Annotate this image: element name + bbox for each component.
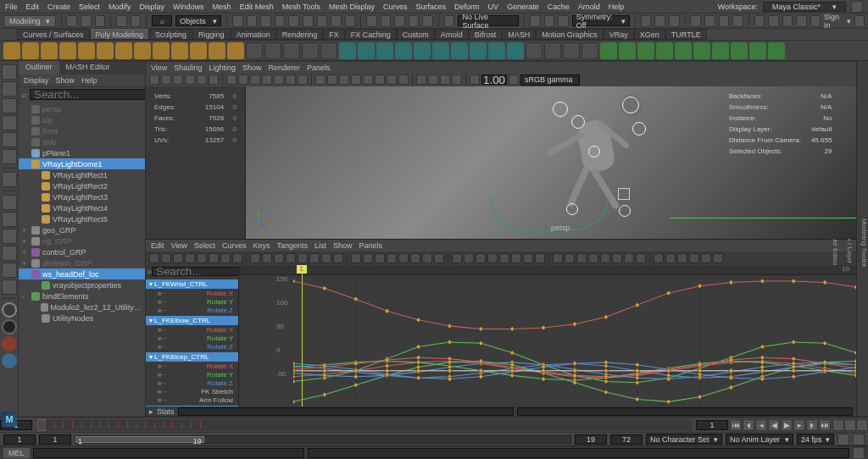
ge-tool-18[interactable]	[375, 253, 385, 263]
outliner-node-VRayLightRect2[interactable]: VRayLightRect2	[19, 180, 145, 191]
shelf-button-33[interactable]	[619, 42, 636, 59]
keyframe[interactable]	[416, 318, 420, 323]
shelf-button-40[interactable]	[749, 42, 766, 59]
shelf-tab-animation[interactable]: Animation	[231, 29, 276, 40]
tab-mash-editor[interactable]: MASH Editor	[59, 61, 117, 75]
tab-modeling-toolkit[interactable]: Modeling Toolkit	[860, 218, 868, 267]
ge-tool-23[interactable]	[434, 253, 444, 263]
menu-uv[interactable]: UV	[488, 3, 499, 11]
keyframe[interactable]	[385, 363, 389, 368]
step-forward-key-button[interactable]: ⏵	[806, 419, 818, 431]
vp-film-gate-icon[interactable]	[238, 75, 248, 85]
paint-select-tool-icon[interactable]	[2, 98, 17, 113]
step-forward-frame-button[interactable]: ▸	[793, 419, 805, 431]
keyframe[interactable]	[729, 385, 733, 390]
panel-layout4-icon[interactable]	[796, 15, 807, 27]
keyframe[interactable]	[293, 399, 296, 404]
shelf-button-8[interactable]	[153, 42, 170, 59]
autokey-toggle-icon[interactable]	[837, 434, 849, 445]
sculpt-brush3-icon[interactable]	[2, 336, 17, 351]
ge-tool-28[interactable]	[499, 253, 509, 263]
outliner-menu-show[interactable]: Show	[56, 76, 75, 85]
vp-lock-cam-icon[interactable]	[161, 75, 171, 85]
layout-two-side-icon[interactable]	[2, 229, 17, 244]
menu-edit[interactable]: Edit	[26, 3, 40, 11]
shelf-button-9[interactable]	[171, 42, 188, 59]
menu-mesh-tools[interactable]: Mesh Tools	[282, 3, 320, 11]
shelf-button-20[interactable]	[376, 42, 393, 59]
ge-stats-key-field[interactable]	[178, 407, 514, 416]
outliner-node-VRayLightRect3[interactable]: VRayLightRect3	[19, 191, 145, 202]
keyframe[interactable]	[448, 368, 452, 373]
ge-tool-6[interactable]	[220, 253, 231, 263]
shelf-button-12[interactable]	[227, 42, 244, 59]
manipulator-handle[interactable]	[618, 188, 630, 200]
shelf-button-11[interactable]	[209, 42, 225, 59]
panel-layout3-icon[interactable]	[782, 15, 793, 27]
shelf-button-4[interactable]	[78, 42, 95, 59]
ge-tool-29[interactable]	[511, 253, 521, 263]
ge-tool-39[interactable]	[636, 253, 646, 263]
ge-attr-L_FKElbow_CTRL-RotateZ[interactable]: ■─Rotate Z	[146, 342, 238, 351]
menu-arnold[interactable]: Arnold	[578, 3, 600, 11]
ge-attr-L_FKBicep_CTRL-RotateY[interactable]: ■─Rotate Y	[146, 370, 238, 379]
keyframe[interactable]	[792, 279, 796, 284]
vp-res-gate-icon[interactable]	[250, 75, 260, 85]
ge-menu-list[interactable]: List	[314, 241, 326, 250]
go-to-start-button[interactable]: ⏮	[730, 419, 742, 431]
redo-icon[interactable]	[131, 15, 142, 27]
shelf-button-21[interactable]	[395, 42, 412, 59]
history-toggle-icon[interactable]	[530, 15, 541, 27]
shelf-button-3[interactable]	[59, 42, 76, 59]
ge-tool-27[interactable]	[487, 253, 498, 263]
ge-tool-17[interactable]	[363, 253, 373, 263]
sel-mask-handle-icon[interactable]	[232, 15, 243, 27]
shelf-button-0[interactable]	[3, 42, 20, 59]
keyframe[interactable]	[322, 286, 326, 291]
ge-ctrl-L_FKBicep_CTRL[interactable]: ▾L_FKBicep_CTRL	[146, 352, 238, 362]
shelf-tab-vray[interactable]: VRay	[604, 29, 634, 40]
shelf-tab-xgen[interactable]: XGen	[634, 29, 665, 40]
keyframe[interactable]	[448, 324, 452, 329]
vp-grid-icon[interactable]	[226, 75, 236, 85]
keyframe[interactable]	[322, 392, 326, 397]
shelf-button-23[interactable]	[432, 42, 449, 59]
ge-tool-20[interactable]	[398, 253, 409, 263]
render-view-icon[interactable]	[690, 15, 701, 27]
snap-grid-icon[interactable]	[366, 15, 377, 27]
keyframe[interactable]	[854, 359, 856, 364]
ge-tool-34[interactable]	[576, 253, 587, 263]
ge-menu-edit[interactable]: Edit	[151, 241, 164, 250]
anim-end-field[interactable]: 72	[610, 434, 643, 445]
outliner-tree[interactable]: persptopfrontsidepPlane1VRayLightDome1VR…	[19, 102, 145, 417]
ge-tool-26[interactable]	[476, 253, 486, 263]
shelf-button-29[interactable]	[544, 42, 561, 59]
outliner-node-VRayLightRect5[interactable]: VRayLightRect5	[19, 213, 145, 224]
menu-modify[interactable]: Modify	[108, 3, 131, 11]
audio-toggle-icon[interactable]	[832, 419, 844, 431]
panel-layout2-icon[interactable]	[768, 15, 779, 27]
ge-tool-32[interactable]	[553, 253, 563, 263]
ge-menu-curves[interactable]: Curves	[222, 241, 247, 250]
keyframe[interactable]	[854, 285, 856, 290]
ge-tool-41[interactable]	[665, 253, 676, 263]
ge-tool-22[interactable]	[422, 253, 432, 263]
step-back-key-button[interactable]: ⏴	[743, 419, 754, 431]
ge-tool-44[interactable]	[701, 253, 711, 263]
vp-viewtransform-dropdown[interactable]: sRGB gamma	[520, 75, 580, 86]
keyframe[interactable]	[353, 374, 358, 379]
prefs-icon[interactable]	[853, 434, 865, 445]
shelf-button-37[interactable]	[693, 42, 710, 59]
ge-tool-14[interactable]	[321, 253, 331, 263]
shelf-button-32[interactable]	[600, 42, 617, 59]
command-input[interactable]	[33, 448, 305, 458]
shelf-button-5[interactable]	[97, 42, 114, 59]
history-list-icon[interactable]	[544, 15, 555, 27]
keyframe[interactable]	[635, 397, 639, 402]
vp-gamma-icon[interactable]	[509, 75, 519, 85]
shelf-button-2[interactable]	[41, 42, 58, 59]
layout-single-icon[interactable]	[2, 195, 17, 210]
shelf-button-19[interactable]	[358, 42, 375, 59]
ge-time-ruler[interactable]: 19	[239, 265, 856, 275]
live-surface-field[interactable]: No Live Surface	[458, 15, 519, 26]
